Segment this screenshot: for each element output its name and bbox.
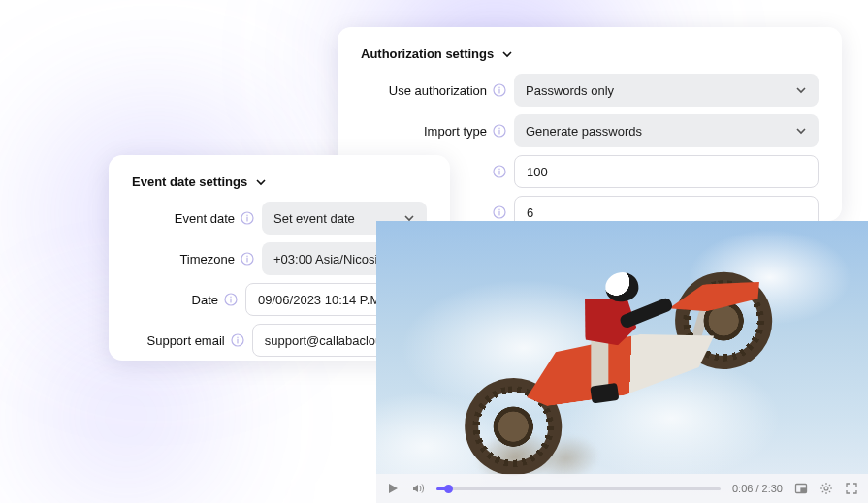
video-controls-bar: 0:06 / 2:30 [376,474,868,503]
info-icon [241,252,254,266]
event-date-label: Event date [132,211,254,226]
timezone-label: Timezone [132,252,254,267]
picture-in-picture-icon[interactable] [794,482,808,495]
info-icon [224,293,238,306]
info-icon [241,211,254,225]
info-icon [493,124,506,138]
event-date-settings-header[interactable]: Event date settings [132,174,427,189]
import-type-label: Import type [361,124,506,139]
chevron-down-icon [795,84,807,96]
support-email-label: Support email [132,333,244,348]
info-icon [493,205,506,219]
info-icon [493,83,506,97]
auth-field-b-value[interactable] [527,205,806,220]
import-type-select[interactable]: Generate passwords [514,114,819,147]
video-player[interactable] [376,221,868,503]
svg-rect-10 [801,488,806,492]
svg-point-11 [824,487,828,490]
info-icon [493,165,506,178]
chevron-down-icon [501,48,513,60]
play-icon[interactable] [386,482,400,495]
date-label: Date [132,293,238,307]
info-icon [231,333,244,347]
fullscreen-icon[interactable] [845,482,858,495]
settings-icon[interactable] [820,482,833,495]
volume-icon[interactable] [411,482,425,495]
auth-field-a-input[interactable] [514,155,819,188]
auth-field-a-value[interactable] [527,165,806,179]
chevron-down-icon [255,176,267,188]
use-authorization-label: Use authorization [361,83,506,98]
video-progress-bar[interactable] [436,487,721,490]
chevron-down-icon [795,125,807,137]
video-progress-handle[interactable] [444,485,453,493]
authorization-settings-title: Authorization settings [361,47,494,61]
authorization-settings-header[interactable]: Authorization settings [361,47,819,61]
video-time-display: 0:06 / 2:30 [732,483,783,494]
use-authorization-select[interactable]: Passwords only [514,74,819,107]
event-date-settings-title: Event date settings [132,174,247,189]
